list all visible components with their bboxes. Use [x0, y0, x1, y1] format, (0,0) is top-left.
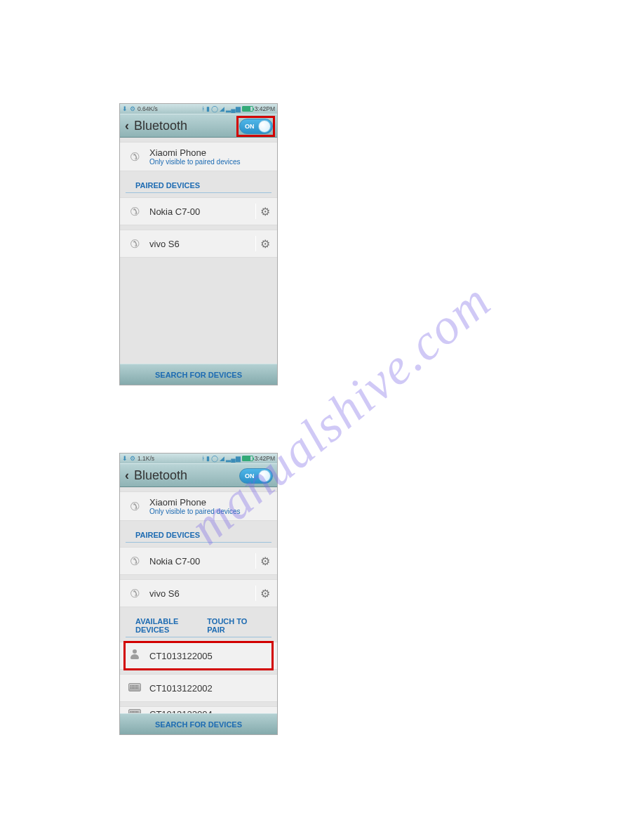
bluetooth-toggle[interactable]: ON: [239, 119, 273, 134]
toggle-knob: [258, 470, 271, 482]
paired-devices-label: PAIRED DEVICES: [126, 174, 271, 193]
debug-icon: ⚙: [130, 105, 135, 112]
toggle-label: ON: [245, 472, 255, 479]
search-devices-button[interactable]: SEARCH FOR DEVICES: [120, 713, 277, 734]
my-device-subtitle: Only visible to paired devices: [149, 158, 270, 166]
keyboard-icon: [127, 682, 142, 694]
signal-icon: ▂▄▆: [226, 455, 240, 462]
divider: [255, 553, 256, 569]
battery-icon: [242, 106, 253, 112]
divider: [255, 204, 256, 219]
battery-icon: [242, 456, 253, 461]
toggle-label: ON: [245, 123, 255, 130]
divider: [255, 236, 256, 251]
wifi-icon: ◢: [220, 455, 224, 462]
gear-icon[interactable]: ⚙: [260, 555, 270, 568]
my-device-name: Xiaomi Phone: [149, 497, 270, 508]
status-speed: 1.1K/s: [137, 455, 154, 462]
phone-icon: ✆: [127, 555, 142, 568]
phone-icon: ✆: [127, 500, 142, 513]
person-icon: [127, 649, 142, 663]
back-button[interactable]: ‹: [120, 468, 134, 483]
keyboard-icon: [127, 708, 142, 713]
debug-icon: ⚙: [130, 455, 135, 462]
my-device-row[interactable]: ✆ Xiaomi Phone Only visible to paired de…: [120, 142, 277, 171]
wifi-icon: ◢: [220, 105, 224, 112]
vibrate-icon: ▮: [206, 455, 210, 462]
status-speed: 0.64K/s: [137, 105, 158, 112]
status-time: 3:42PM: [255, 105, 275, 112]
content-area: ✆ Xiaomi Phone Only visible to paired de…: [120, 487, 277, 713]
vibrate-icon: ▮: [206, 105, 210, 112]
available-device-row[interactable]: CT1013122005: [120, 642, 277, 670]
available-device-row[interactable]: CT1013122002: [120, 674, 277, 702]
paired-device-row[interactable]: ✆ Nokia C7-00 ⚙: [120, 547, 277, 575]
paired-device-row[interactable]: ✆ vivo S6 ⚙: [120, 230, 277, 258]
status-time: 3:42PM: [255, 455, 275, 462]
status-bar: ⬇ ⚙ 0.64K/s ᚼ ▮ ◯ ◢ ▂▄▆ 3:42PM: [120, 104, 277, 114]
page-title: Bluetooth: [134, 468, 187, 483]
my-device-subtitle: Only visible to paired devices: [149, 508, 270, 515]
paired-device-row[interactable]: ✆ Nokia C7-00 ⚙: [120, 197, 277, 225]
signal-icon: ▂▄▆: [226, 105, 240, 112]
back-button[interactable]: ‹: [120, 119, 134, 133]
phone-icon: ✆: [127, 150, 142, 164]
device-name: Nokia C7-00: [149, 556, 255, 567]
sync-icon: ◯: [211, 105, 218, 112]
my-device-row[interactable]: ✆ Xiaomi Phone Only visible to paired de…: [120, 491, 277, 521]
toggle-knob: [258, 120, 271, 133]
header-bar: ‹ Bluetooth ON: [120, 463, 277, 487]
device-name: Nokia C7-00: [149, 206, 255, 217]
gear-icon[interactable]: ⚙: [260, 237, 270, 251]
bluetooth-icon: ᚼ: [201, 105, 205, 112]
status-bar: ⬇ ⚙ 1.1K/s ᚼ ▮ ◯ ◢ ▂▄▆ 3:42PM: [120, 454, 277, 463]
search-devices-button[interactable]: SEARCH FOR DEVICES: [120, 364, 277, 385]
download-icon: ⬇: [122, 455, 128, 462]
phone-icon: ✆: [127, 237, 142, 251]
paired-devices-label: PAIRED DEVICES: [126, 524, 271, 543]
gear-icon[interactable]: ⚙: [260, 205, 270, 218]
divider: [255, 585, 256, 601]
header-bar: ‹ Bluetooth ON: [120, 114, 277, 138]
phone-screenshot-2: ⬇ ⚙ 1.1K/s ᚼ ▮ ◯ ◢ ▂▄▆ 3:42PM ‹ Bluetoot…: [119, 453, 278, 735]
device-name: vivo S6: [149, 239, 255, 249]
available-device-row[interactable]: CT1013122004: [120, 706, 277, 713]
phone-screenshot-1: ⬇ ⚙ 0.64K/s ᚼ ▮ ◯ ◢ ▂▄▆ 3:42PM ‹ Bluetoo…: [119, 103, 278, 385]
phone-icon: ✆: [127, 205, 142, 218]
bluetooth-toggle[interactable]: ON: [239, 468, 273, 484]
bluetooth-icon: ᚼ: [201, 455, 205, 462]
sync-icon: ◯: [211, 455, 218, 462]
available-devices-label: AVAILABLE DEVICES TOUCH TO PAIR: [126, 610, 271, 637]
device-name: CT1013122004: [149, 709, 270, 714]
device-name: CT1013122005: [149, 651, 270, 661]
phone-icon: ✆: [127, 587, 142, 600]
download-icon: ⬇: [122, 105, 128, 112]
page-title: Bluetooth: [134, 119, 187, 133]
gear-icon[interactable]: ⚙: [260, 587, 270, 600]
device-name: CT1013122002: [149, 683, 270, 694]
my-device-name: Xiaomi Phone: [149, 147, 270, 158]
device-name: vivo S6: [149, 588, 255, 599]
content-area: ✆ Xiaomi Phone Only visible to paired de…: [120, 138, 277, 364]
paired-device-row[interactable]: ✆ vivo S6 ⚙: [120, 579, 277, 607]
